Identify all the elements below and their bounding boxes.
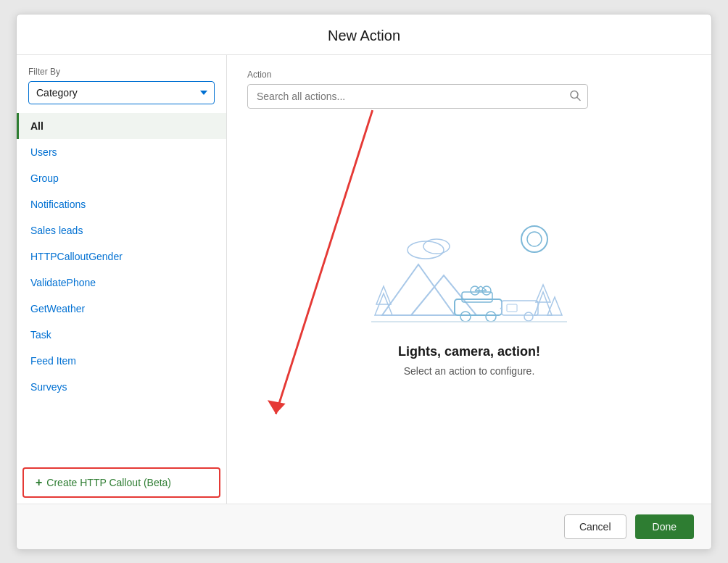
search-input[interactable] <box>247 84 588 109</box>
left-panel: Filter By Category All AllUsersGroupNoti… <box>17 55 227 504</box>
svg-marker-2 <box>382 264 455 315</box>
category-list: AllUsersGroupNotificationsSales leadsHTT… <box>17 113 226 462</box>
filter-section: Filter By Category All <box>17 67 226 113</box>
create-http-callout-button[interactable]: + Create HTTP Callout (Beta) <box>22 467 220 498</box>
modal-footer: Cancel Done <box>17 504 711 549</box>
filter-select-wrapper: Category All <box>28 81 215 104</box>
svg-marker-3 <box>411 275 476 315</box>
illustration-area: Lights, camera, action! Select an action… <box>247 130 691 489</box>
category-item-task[interactable]: Task <box>17 322 226 348</box>
plus-icon: + <box>36 476 42 489</box>
action-label: Action <box>247 70 691 80</box>
svg-point-12 <box>423 239 450 254</box>
category-item-http-callout-gender[interactable]: HTTPCalloutGender <box>17 243 226 270</box>
done-button[interactable]: Done <box>635 514 694 539</box>
svg-point-16 <box>486 312 496 322</box>
category-item-all[interactable]: All <box>17 113 226 139</box>
category-item-feed-item[interactable]: Feed Item <box>17 348 226 374</box>
svg-rect-18 <box>507 304 517 312</box>
search-wrapper <box>247 84 588 109</box>
illustration-image <box>368 214 571 330</box>
category-item-surveys[interactable]: Surveys <box>17 374 226 400</box>
new-action-modal: New Action Filter By Category All AllUse… <box>16 14 712 550</box>
svg-line-1 <box>577 97 580 100</box>
category-item-notifications[interactable]: Notifications <box>17 191 226 217</box>
svg-marker-5 <box>376 286 391 304</box>
modal-header: New Action <box>17 14 711 55</box>
category-item-users[interactable]: Users <box>17 139 226 165</box>
filter-label: Filter By <box>28 67 215 77</box>
illustration-title: Lights, camera, action! <box>398 344 540 359</box>
category-item-group[interactable]: Group <box>17 165 226 191</box>
search-icon <box>569 89 581 103</box>
category-item-validate-phone[interactable]: ValidatePhone <box>17 270 226 296</box>
svg-point-10 <box>527 232 542 246</box>
category-item-get-weather[interactable]: GetWeather <box>17 296 226 322</box>
category-select[interactable]: Category All <box>28 81 215 104</box>
modal-body: Filter By Category All AllUsersGroupNoti… <box>17 55 711 504</box>
illustration-subtitle: Select an action to configure. <box>404 365 535 377</box>
modal-title: New Action <box>34 28 694 44</box>
svg-rect-14 <box>462 292 492 302</box>
cancel-button[interactable]: Cancel <box>564 514 626 539</box>
svg-point-19 <box>524 312 533 321</box>
svg-point-15 <box>460 312 471 322</box>
create-button-label: Create HTTP Callout (Beta) <box>46 477 171 488</box>
svg-point-9 <box>521 226 547 252</box>
category-item-sales-leads[interactable]: Sales leads <box>17 217 226 243</box>
right-panel: Action <box>227 55 711 504</box>
